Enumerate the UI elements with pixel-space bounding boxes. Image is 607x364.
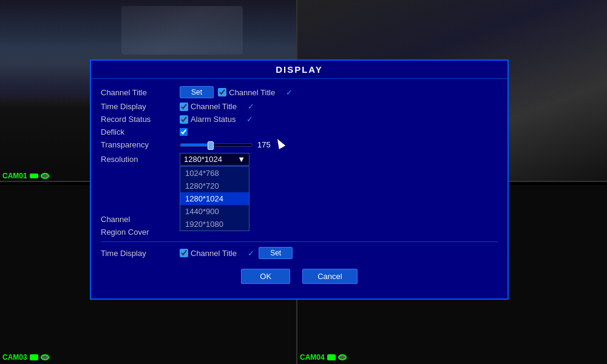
bottom-time-display-checkbox-item: Channel Title	[180, 249, 237, 258]
transparency-row: Transparency 175	[101, 140, 498, 149]
tour-row: Tour	[101, 169, 498, 183]
cam04-camera-icon	[338, 354, 347, 360]
time-display-checkbox-item: Channel Title	[180, 102, 237, 111]
resolution-select[interactable]: 1280*1024 ▼	[180, 153, 249, 166]
resolution-option-0[interactable]: 1024*768	[180, 167, 249, 180]
channel-title-label: Channel Title	[101, 88, 180, 97]
deflick-label: Deflick	[101, 127, 180, 136]
channel-title-set-button[interactable]: Set	[180, 86, 214, 98]
channel-row: Channel	[101, 215, 498, 224]
cam-label-cam04: CAM04	[300, 353, 347, 362]
resolution-option-4[interactable]: 1920*1080	[180, 218, 249, 231]
bottom-time-display-row: Time Display Channel Title ✓ Set	[101, 247, 498, 259]
cam01-audio-icon	[30, 174, 38, 178]
dialog-separator	[101, 241, 498, 242]
cam04-icon	[327, 354, 336, 360]
alarm-status-check: ✓	[246, 115, 253, 124]
resolution-selected-value: 1280*1024	[184, 155, 222, 164]
dialog-body: Channel Title Set Channel Title ✓ Time D…	[91, 84, 507, 286]
bottom-channel-title-check: ✓	[248, 249, 254, 258]
dialog-title: DISPLAY	[91, 61, 507, 79]
resolution-dropdown: 1024*768 1280*720 1280*1024 1440*900 192…	[180, 166, 249, 231]
transparency-slider-thumb[interactable]	[208, 141, 214, 150]
dialog-buttons: OK Cancel	[101, 269, 498, 284]
transparency-slider-fill	[180, 144, 209, 146]
time-display-label: Time Display	[101, 102, 180, 111]
deflick-row: Deflick	[101, 127, 498, 136]
channel-title-checkbox-item: Channel Title	[218, 88, 275, 97]
record-status-checkbox[interactable]	[180, 115, 188, 124]
resolution-option-2[interactable]: 1280*1024	[180, 192, 249, 205]
resolution-container: 1280*1024 ▼ 1024*768 1280*720 1280*1024 …	[180, 153, 249, 166]
channel-title-check-mark: ✓	[286, 88, 293, 97]
channel-title-checkbox-label: Channel Title	[229, 88, 275, 97]
resolution-option-3[interactable]: 1440*900	[180, 205, 249, 218]
cancel-button[interactable]: Cancel	[302, 269, 357, 284]
resolution-row: Resolution 1280*1024 ▼ 1024*768 1280*720…	[101, 153, 498, 166]
bottom-set-button[interactable]: Set	[259, 247, 293, 259]
channel-title-inline-check: ✓	[248, 102, 254, 111]
display-dialog: DISPLAY Channel Title Set Channel Title …	[90, 59, 509, 300]
region-cover-label: Region Cover	[101, 228, 180, 237]
channel-title-row: Channel Title Set Channel Title ✓	[101, 86, 498, 98]
transparency-slider-container: 175	[180, 140, 271, 149]
cam03-id: CAM03	[2, 353, 27, 362]
bottom-time-display-label: Time Display	[101, 249, 180, 258]
channel-title-checkbox[interactable]	[218, 88, 226, 96]
cam01-id: CAM01	[2, 172, 27, 180]
resolution-label: Resolution	[101, 155, 180, 164]
transparency-slider-track[interactable]	[180, 143, 253, 147]
bottom-time-display-checkbox[interactable]	[180, 249, 188, 257]
cam-label-cam03: CAM03	[2, 353, 49, 362]
transparency-label: Transparency	[101, 140, 180, 149]
channel-title-inline-label: Channel Title	[191, 102, 237, 111]
cam-label-cam01: CAM01	[2, 172, 49, 180]
cam01-camera-icon	[41, 173, 49, 179]
record-status-label: Record Status	[101, 115, 180, 124]
record-status-checkbox-item: Alarm Status	[180, 115, 236, 124]
alarm-status-label: Alarm Status	[191, 115, 236, 124]
time-display-row: Time Display Channel Title ✓	[101, 102, 498, 111]
resolution-option-1[interactable]: 1280*720	[180, 180, 249, 192]
channel-label: Channel	[101, 215, 180, 224]
cam03-icon	[30, 354, 38, 360]
ok-button[interactable]: OK	[241, 269, 290, 284]
deflick-checkbox[interactable]	[180, 128, 188, 136]
transparency-value: 175	[257, 140, 271, 149]
bottom-channel-title-label: Channel Title	[191, 249, 237, 258]
cam04-id: CAM04	[300, 353, 325, 362]
region-cover-row: Region Cover	[101, 228, 498, 237]
time-display-checkbox[interactable]	[180, 103, 188, 111]
resolution-dropdown-arrow: ▼	[237, 155, 245, 164]
record-status-row: Record Status Alarm Status ✓	[101, 115, 498, 124]
cam03-camera-icon	[41, 354, 49, 360]
